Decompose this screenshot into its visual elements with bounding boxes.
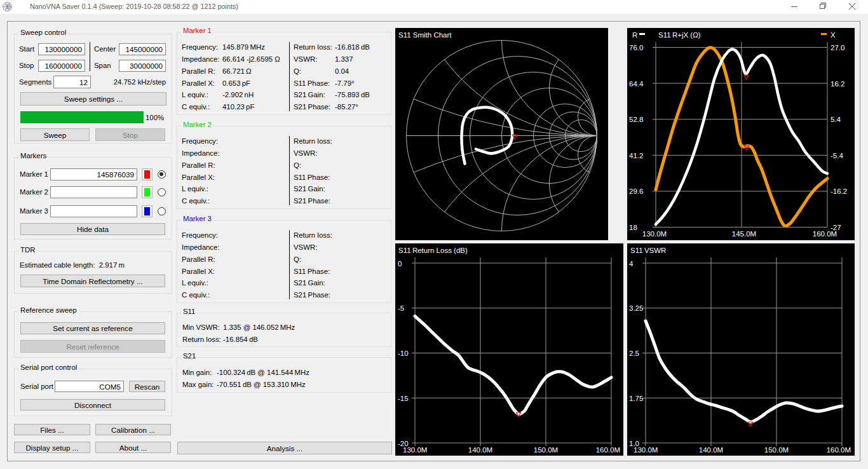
svg-text:S11 R+jX (Ω): S11 R+jX (Ω) [658, 31, 701, 39]
svg-text:160.0M: 160.0M [596, 446, 620, 454]
svg-text:41.2: 41.2 [629, 152, 643, 160]
svg-text:160.0M: 160.0M [813, 230, 837, 238]
svg-text:76.0: 76.0 [629, 44, 643, 51]
svg-text:0: 0 [398, 260, 402, 268]
svg-text:2.5: 2.5 [629, 350, 639, 357]
svg-text:5.4: 5.4 [831, 116, 841, 123]
svg-text:3.25: 3.25 [629, 304, 643, 312]
svg-text:S11 Smith Chart: S11 Smith Chart [398, 31, 452, 39]
svg-text:16.2: 16.2 [831, 80, 844, 88]
svg-text:-10: -10 [398, 350, 409, 357]
svg-text:-5.4: -5.4 [831, 152, 843, 160]
svg-text:1.75: 1.75 [629, 395, 643, 402]
svg-text:52.8: 52.8 [629, 116, 643, 123]
svg-text:18: 18 [629, 224, 637, 231]
svg-text:150.0M: 150.0M [764, 446, 789, 454]
svg-text:R: R [632, 31, 637, 39]
svg-text:130.0M: 130.0M [403, 446, 427, 454]
svg-text:150.0M: 150.0M [534, 446, 558, 454]
svg-text:160.0M: 160.0M [827, 446, 851, 454]
svg-text:130.0M: 130.0M [634, 446, 658, 454]
svg-text:64.4: 64.4 [629, 80, 644, 88]
svg-text:140.0M: 140.0M [468, 446, 492, 454]
svg-text:S11 Return Loss (dB): S11 Return Loss (dB) [398, 247, 468, 254]
svg-text:29.6: 29.6 [629, 187, 643, 195]
svg-text:-16.2: -16.2 [831, 187, 847, 195]
svg-text:S11 VSWR: S11 VSWR [630, 247, 666, 254]
svg-text:130.0M: 130.0M [642, 230, 667, 238]
svg-text:145.0M: 145.0M [732, 230, 756, 238]
svg-text:-15: -15 [398, 395, 409, 402]
svg-text:X: X [831, 31, 836, 39]
svg-text:140.0M: 140.0M [699, 446, 723, 454]
svg-text:-5: -5 [398, 304, 404, 312]
svg-text:27.0: 27.0 [831, 44, 844, 51]
svg-text:4: 4 [629, 260, 634, 268]
